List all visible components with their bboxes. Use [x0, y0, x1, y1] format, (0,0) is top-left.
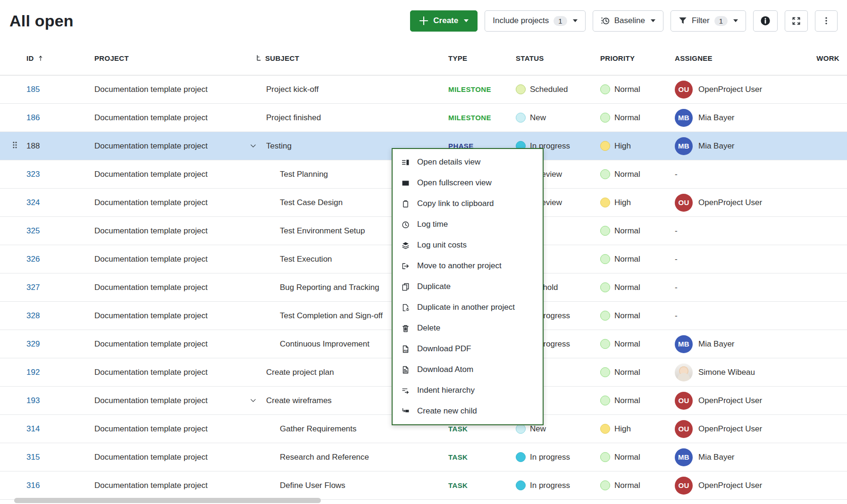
assignee-cell[interactable]: Simone Wibeau: [671, 364, 802, 381]
column-header-subject[interactable]: SUBJECT: [245, 54, 448, 62]
collapse-chevron-icon[interactable]: [247, 142, 259, 149]
context-menu-item-indent-hierarchy[interactable]: Indent hierarchy: [393, 380, 543, 401]
subject-text[interactable]: Create project plan: [266, 368, 334, 377]
work-package-id[interactable]: 323: [26, 170, 40, 179]
subject-text[interactable]: Testing: [266, 141, 292, 151]
assignee-cell[interactable]: -: [671, 170, 802, 179]
subject-text[interactable]: Continuous Improvement: [280, 339, 369, 349]
priority-cell[interactable]: Normal: [596, 311, 671, 321]
assignee-cell[interactable]: OUOpenProject User: [671, 420, 802, 438]
column-header-status[interactable]: STATUS: [512, 54, 596, 62]
assignee-cell[interactable]: OUOpenProject User: [671, 392, 802, 410]
priority-cell[interactable]: Normal: [596, 480, 671, 490]
work-package-id[interactable]: 326: [26, 255, 40, 264]
work-package-id[interactable]: 327: [26, 283, 40, 292]
collapse-chevron-icon[interactable]: [247, 397, 259, 404]
context-menu-item-duplicate-in-another-project[interactable]: Duplicate in another project: [393, 297, 543, 318]
work-package-id[interactable]: 192: [26, 368, 40, 377]
subject-text[interactable]: Project kick-off: [266, 85, 319, 94]
work-package-id[interactable]: 314: [26, 424, 40, 434]
table-row[interactable]: 316Documentation template projectDefine …: [0, 471, 847, 500]
drag-handle-icon[interactable]: [12, 141, 17, 151]
assignee-cell[interactable]: MBMia Bayer: [671, 137, 802, 155]
column-header-assignee[interactable]: ASSIGNEE: [671, 54, 802, 62]
status-cell[interactable]: New: [512, 113, 596, 123]
context-menu-item-create-new-child[interactable]: Create new child: [393, 401, 543, 421]
priority-cell[interactable]: Normal: [596, 254, 671, 264]
priority-cell[interactable]: Normal: [596, 367, 671, 377]
context-menu-item-delete[interactable]: Delete: [393, 318, 543, 339]
subject-text[interactable]: Test Completion and Sign-off: [280, 311, 383, 321]
subject-text[interactable]: Create wireframes: [266, 396, 332, 405]
priority-cell[interactable]: Normal: [596, 396, 671, 405]
more-options-button[interactable]: [815, 10, 838, 32]
table-row[interactable]: 185Documentation template projectProject…: [0, 75, 847, 104]
assignee-cell[interactable]: MBMia Bayer: [671, 335, 802, 353]
horizontal-scrollbar-thumb[interactable]: [14, 498, 321, 503]
work-package-id[interactable]: 324: [26, 198, 40, 207]
baseline-button[interactable]: Baseline: [593, 10, 663, 32]
work-package-id[interactable]: 316: [26, 481, 40, 490]
priority-cell[interactable]: Normal: [596, 282, 671, 292]
include-projects-button[interactable]: Include projects 1: [485, 10, 585, 32]
column-header-type[interactable]: TYPE: [448, 54, 512, 62]
priority-cell[interactable]: Normal: [596, 84, 671, 94]
subject-text[interactable]: Gather Requirements: [280, 424, 357, 434]
assignee-cell[interactable]: MBMia Bayer: [671, 448, 802, 466]
priority-cell[interactable]: Normal: [596, 226, 671, 236]
filter-button[interactable]: Filter 1: [671, 10, 746, 32]
priority-cell[interactable]: High: [596, 141, 671, 151]
table-row[interactable]: 186Documentation template projectProject…: [0, 104, 847, 132]
table-row[interactable]: 315Documentation template projectResearc…: [0, 443, 847, 471]
column-header-project[interactable]: PROJECT: [94, 54, 245, 62]
priority-cell[interactable]: High: [596, 424, 671, 434]
column-header-priority[interactable]: PRIORITY: [596, 54, 671, 62]
context-menu-item-download-pdf[interactable]: PDFDownload PDF: [393, 339, 543, 359]
work-package-id[interactable]: 329: [26, 339, 40, 349]
info-button[interactable]: [753, 10, 778, 32]
subject-text[interactable]: Test Environment Setup: [280, 226, 365, 236]
assignee-cell[interactable]: MBMia Bayer: [671, 109, 802, 127]
priority-cell[interactable]: Normal: [596, 113, 671, 123]
assignee-cell[interactable]: OUOpenProject User: [671, 81, 802, 99]
subject-text[interactable]: Project finished: [266, 113, 321, 123]
work-package-id[interactable]: 185: [26, 85, 40, 94]
assignee-cell[interactable]: -: [671, 226, 802, 236]
assignee-cell[interactable]: -: [671, 311, 802, 321]
create-button[interactable]: Create: [410, 10, 478, 32]
status-cell[interactable]: New: [512, 424, 596, 434]
subject-text[interactable]: Test Case Design: [280, 198, 343, 207]
status-cell[interactable]: In progress: [512, 480, 596, 490]
subject-text[interactable]: Test Planning: [280, 170, 328, 179]
context-menu-item-log-time[interactable]: Log time: [393, 214, 543, 235]
subject-text[interactable]: Test Execution: [280, 255, 332, 264]
subject-text[interactable]: Define User Flows: [280, 481, 345, 490]
subject-text[interactable]: Bug Reporting and Tracking: [280, 283, 379, 292]
subject-text[interactable]: Research and Reference: [280, 453, 369, 462]
context-menu-item-copy-link-to-clipboard[interactable]: Copy link to clipboard: [393, 193, 543, 214]
work-package-id[interactable]: 315: [26, 453, 40, 462]
context-menu-item-open-fullscreen-view[interactable]: Open fullscreen view: [393, 173, 543, 193]
assignee-cell[interactable]: OUOpenProject User: [671, 194, 802, 212]
context-menu-item-duplicate[interactable]: Duplicate: [393, 276, 543, 297]
assignee-cell[interactable]: -: [671, 283, 802, 292]
fullscreen-button[interactable]: [785, 10, 808, 32]
context-menu-item-download-atom[interactable]: Download Atom: [393, 359, 543, 380]
status-cell[interactable]: In progress: [512, 452, 596, 462]
priority-cell[interactable]: High: [596, 198, 671, 207]
assignee-cell[interactable]: -: [671, 255, 802, 264]
work-package-id[interactable]: 328: [26, 311, 40, 321]
work-package-id[interactable]: 325: [26, 226, 40, 236]
priority-cell[interactable]: Normal: [596, 452, 671, 462]
context-menu-item-move-to-another-project[interactable]: Move to another project: [393, 256, 543, 276]
context-menu-item-log-unit-costs[interactable]: Log unit costs: [393, 235, 543, 256]
priority-cell[interactable]: Normal: [596, 169, 671, 179]
assignee-cell[interactable]: OUOpenProject User: [671, 477, 802, 495]
status-cell[interactable]: Scheduled: [512, 84, 596, 94]
column-header-id[interactable]: ID: [0, 54, 94, 62]
work-package-id[interactable]: 186: [26, 113, 40, 123]
work-package-id[interactable]: 193: [26, 396, 40, 405]
column-header-work[interactable]: WORK: [802, 54, 847, 62]
priority-cell[interactable]: Normal: [596, 339, 671, 349]
context-menu-item-open-details-view[interactable]: Open details view: [393, 152, 543, 173]
